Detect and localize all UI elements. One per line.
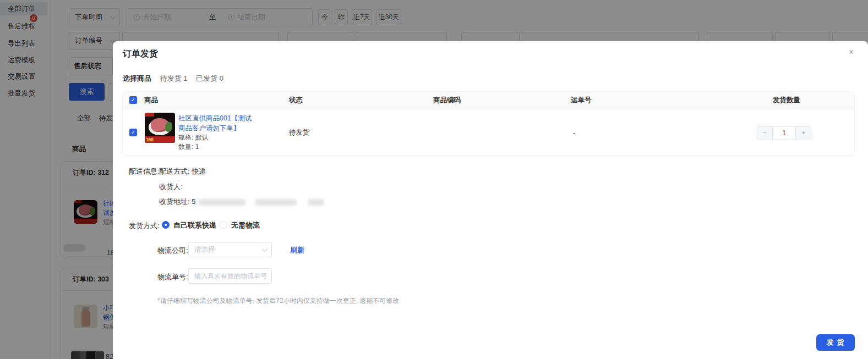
logistics-company-label: 物流公司: xyxy=(157,246,188,256)
row-checkbox[interactable]: ✓ xyxy=(129,129,137,136)
qty-plus-button[interactable]: + xyxy=(795,126,811,140)
ship-qty-stepper: − 1 + xyxy=(757,126,811,140)
radio-no-logistics[interactable]: 无需物流 xyxy=(220,220,260,230)
product-image: 168 xyxy=(145,113,175,143)
product-name-link[interactable]: 商品客户请勿下单】 xyxy=(178,124,288,134)
table-header: ✓ 商品 状态 商品编码 运单号 发货数量 xyxy=(123,92,854,109)
select-all-checkbox[interactable]: ✓ xyxy=(129,96,137,104)
header-product-code: 商品编码 xyxy=(433,92,461,109)
delivery-address: 收货地址: 5 xyxy=(159,197,324,207)
tracking-number-label: 物流单号: xyxy=(157,272,188,282)
redacted-address-block xyxy=(255,199,297,206)
redacted-address-block xyxy=(199,199,245,206)
delivery-info-label: 配送信息: xyxy=(129,167,160,176)
logistics-company-select[interactable]: 请选择 xyxy=(188,242,272,257)
close-icon[interactable]: × xyxy=(849,47,854,58)
redacted-address-block xyxy=(308,199,324,206)
product-spec: 规格: 默认 xyxy=(178,133,288,142)
qty-value[interactable]: 1 xyxy=(773,126,795,140)
table-row: ✓ 168 社区直供商品001【测试 商品客户请勿下单】 规格: 默认 数量: … xyxy=(123,109,854,156)
tracking-number-input[interactable] xyxy=(188,268,272,284)
ship-submit-button[interactable]: 发 货 xyxy=(816,334,855,351)
ship-method-label: 发货方式: xyxy=(129,221,160,231)
modal-title: 订单发货 xyxy=(123,48,158,60)
shipped-count: 已发货 0 xyxy=(196,74,223,82)
header-waybill: 运单号 xyxy=(571,92,592,109)
ship-order-modal: 订单发货 × 选择商品 待发货 1 已发货 0 ✓ 商品 状态 商品编码 运单号… xyxy=(113,41,868,359)
radio-unselected-icon xyxy=(220,221,227,229)
pending-count: 待发货 1 xyxy=(160,74,188,82)
product-qty: 数量: 1 xyxy=(178,142,288,152)
ship-note: *请仔细填写物流公司及物流单号, 发货后72小时内仅支持做一次更正, 逾期不可修… xyxy=(157,296,399,306)
cell-waybill: - xyxy=(573,109,575,156)
select-product-summary: 选择商品 待发货 1 已发货 0 xyxy=(123,74,230,84)
refresh-link[interactable]: 刷新 xyxy=(290,245,304,255)
header-ship-qty: 发货数量 xyxy=(773,92,800,109)
chevron-down-icon xyxy=(262,246,268,252)
product-image-price: 168 xyxy=(146,137,154,142)
radio-self-courier[interactable]: 自己联系快递 xyxy=(162,220,216,230)
header-product: 商品 xyxy=(144,92,158,109)
cell-status: 待发货 xyxy=(289,109,310,156)
screen: 全部订单 售后维权 0 导出列表 运费模板 交易设置 批量发货 下单时间 开始日… xyxy=(0,0,868,359)
qty-minus-button[interactable]: − xyxy=(757,126,773,140)
header-status: 状态 xyxy=(289,92,303,109)
logistics-company-placeholder: 请选择 xyxy=(194,245,215,255)
product-table: ✓ 商品 状态 商品编码 运单号 发货数量 ✓ 168 社区直供商品001【测试… xyxy=(122,91,855,156)
select-product-label: 选择商品 xyxy=(123,74,151,82)
delivery-method: 配送方式: 快递 xyxy=(159,167,206,176)
delivery-receiver: 收货人: xyxy=(159,182,183,192)
product-name-link[interactable]: 社区直供商品001【测试 xyxy=(178,114,288,124)
radio-selected-icon xyxy=(162,221,170,229)
